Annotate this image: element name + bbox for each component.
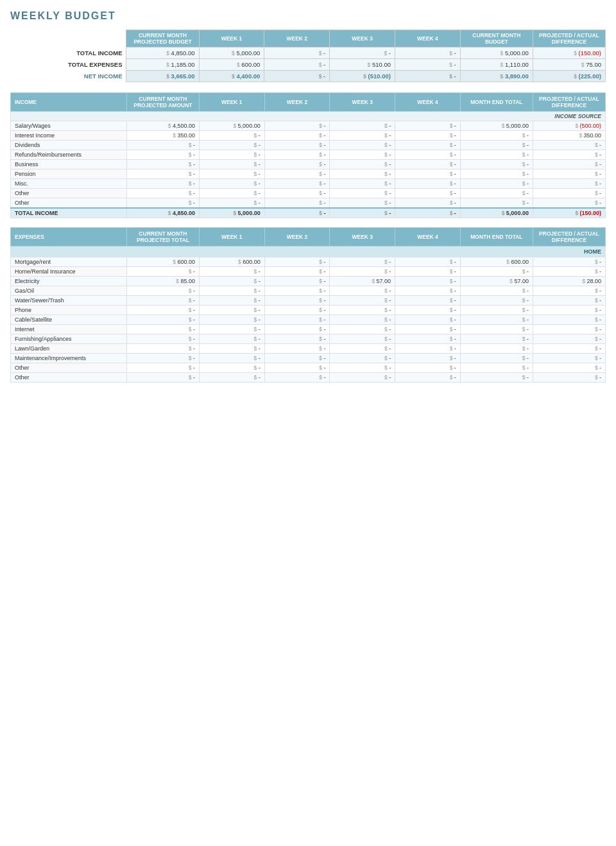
expenses-row: Electricity$ 85.00$ -$ -$ 57.00$ -$ 57.0…: [11, 277, 606, 286]
expenses-week4-header: WEEK 4: [395, 228, 461, 246]
net-income-week3: $ (510.00): [330, 71, 395, 82]
total-expenses-diff: $ 75.00: [533, 59, 605, 71]
income-week4-header: WEEK 4: [395, 93, 461, 112]
summary-header-week2: WEEK 2: [264, 30, 330, 47]
expenses-category-header: HOME: [11, 246, 606, 257]
income-row: Salary/Wages$ 4,500.00$ 5,000.00$ -$ -$ …: [11, 121, 606, 131]
summary-header-week3: WEEK 3: [330, 30, 395, 47]
expenses-row: Maintenance/Improvements$ -$ -$ -$ -$ -$…: [11, 354, 606, 363]
total-expenses-week3: $ 510.00: [330, 59, 395, 71]
expenses-row: Phone$ -$ -$ -$ -$ -$ -$ -: [11, 306, 606, 315]
expenses-month-end-header: MONTH END TOTAL: [460, 228, 533, 246]
net-income-projected: $ 3,665.00: [126, 71, 199, 82]
income-month-end-header: MONTH END TOTAL: [460, 93, 533, 112]
net-income-week1: $ 4,400.00: [199, 71, 264, 82]
net-income-month-budget: $ 3,890.00: [460, 71, 533, 82]
expenses-row: Water/Sewer/Trash$ -$ -$ -$ -$ -$ -$ -: [11, 296, 606, 306]
total-expenses-label: TOTAL EXPENSES: [10, 59, 126, 71]
income-projected-header: CURRENT MONTH PROJECTED AMOUNT: [126, 93, 199, 112]
net-income-diff: $ (225.00): [533, 71, 605, 82]
net-income-week4: $ -: [395, 71, 460, 82]
expenses-section-table: EXPENSES CURRENT MONTH PROJECTED TOTAL W…: [10, 227, 606, 383]
income-row: Other$ -$ -$ -$ -$ -$ -$ -: [11, 189, 606, 198]
summary-total-income-row: TOTAL INCOME $ 4,850.00 $ 5,000.00 $ - $…: [10, 47, 606, 59]
expenses-row: Mortgage/rent$ 600.00$ 600.00$ -$ -$ -$ …: [11, 257, 606, 267]
expenses-row: Other$ -$ -$ -$ -$ -$ -$ -: [11, 363, 606, 373]
summary-header-month-budget: CURRENT MONTH BUDGET: [460, 30, 533, 47]
total-income-month-budget: $ 5,000.00: [460, 47, 533, 59]
total-income-week2: $ -: [264, 47, 330, 59]
total-income-week3: $ -: [330, 47, 395, 59]
total-expenses-projected: $ 1,185.00: [126, 59, 199, 71]
income-row: Other$ -$ -$ -$ -$ -$ -$ -: [11, 198, 606, 209]
total-income-week1: $ 5,000.00: [199, 47, 264, 59]
income-week1-header: WEEK 1: [199, 93, 264, 112]
expenses-row: Other$ -$ -$ -$ -$ -$ -$ -: [11, 373, 606, 383]
total-income-week4: $ -: [395, 47, 460, 59]
page-title: WEEKLY BUDGET: [10, 10, 606, 22]
summary-header-week4: WEEK 4: [395, 30, 460, 47]
expenses-week3-header: WEEK 3: [330, 228, 395, 246]
income-source-subheader: INCOME SOURCE: [11, 112, 606, 121]
summary-net-income-row: NET INCOME $ 3,665.00 $ 4,400.00 $ - $ (…: [10, 71, 606, 82]
income-row: Pension$ -$ -$ -$ -$ -$ -$ -: [11, 169, 606, 179]
expenses-proj-actual-header: PROJECTED / ACTUAL DIFFERENCE: [533, 228, 605, 246]
income-section-table: INCOME CURRENT MONTH PROJECTED AMOUNT WE…: [10, 92, 606, 218]
income-week2-header: WEEK 2: [264, 93, 330, 112]
expenses-row: Cable/Satellite$ -$ -$ -$ -$ -$ -$ -: [11, 315, 606, 325]
summary-header-week1: WEEK 1: [199, 30, 264, 47]
net-income-week2: $ -: [264, 71, 330, 82]
income-row: Refunds/Reimbursements$ -$ -$ -$ -$ -$ -…: [11, 150, 606, 160]
income-row: Dividends$ -$ -$ -$ -$ -$ -$ -: [11, 141, 606, 150]
income-row: Business$ -$ -$ -$ -$ -$ -$ -: [11, 160, 606, 169]
total-expenses-week1: $ 600.00: [199, 59, 264, 71]
total-expenses-week4: $ -: [395, 59, 460, 71]
expenses-projected-header: CURRENT MONTH PROJECTED TOTAL: [126, 228, 199, 246]
summary-total-expenses-row: TOTAL EXPENSES $ 1,185.00 $ 600.00 $ - $…: [10, 59, 606, 71]
expenses-row: Gas/Oil$ -$ -$ -$ -$ -$ -$ -: [11, 286, 606, 296]
total-expenses-month-budget: $ 1,110.00: [460, 59, 533, 71]
expenses-row: Lawn/Garden$ -$ -$ -$ -$ -$ -$ -: [11, 344, 606, 354]
expenses-row: Furnishing/Appliances$ -$ -$ -$ -$ -$ -$…: [11, 334, 606, 344]
total-income-label: TOTAL INCOME: [10, 47, 126, 59]
income-row: Interest Income$ 350.00$ -$ -$ -$ -$ -$ …: [11, 131, 606, 141]
total-expenses-week2: $ -: [264, 59, 330, 71]
expenses-week1-header: WEEK 1: [199, 228, 264, 246]
income-row: Misc.$ -$ -$ -$ -$ -$ -$ -: [11, 179, 606, 189]
summary-header-projected: CURRENT MONTH PROJECTED BUDGET: [126, 30, 199, 47]
summary-table: CURRENT MONTH PROJECTED BUDGET WEEK 1 WE…: [10, 30, 606, 82]
summary-header-proj-actual: PROJECTED / ACTUAL DIFFERENCE: [533, 30, 605, 47]
expenses-row: Home/Rental Insurance$ -$ -$ -$ -$ -$ -$…: [11, 267, 606, 277]
net-income-label: NET INCOME: [10, 71, 126, 82]
income-week3-header: WEEK 3: [330, 93, 395, 112]
total-income-diff: $ (150.00): [533, 47, 605, 59]
expenses-col-header: EXPENSES: [11, 228, 127, 246]
expenses-week2-header: WEEK 2: [264, 228, 330, 246]
income-col-header: INCOME: [11, 93, 127, 112]
income-proj-actual-header: PROJECTED / ACTUAL DIFFERENCE: [533, 93, 605, 112]
total-income-projected: $ 4,850.00: [126, 47, 199, 59]
income-total-row: TOTAL INCOME$ 4,850.00$ 5,000.00$ -$ -$ …: [11, 208, 606, 218]
expenses-row: Internet$ -$ -$ -$ -$ -$ -$ -: [11, 325, 606, 334]
